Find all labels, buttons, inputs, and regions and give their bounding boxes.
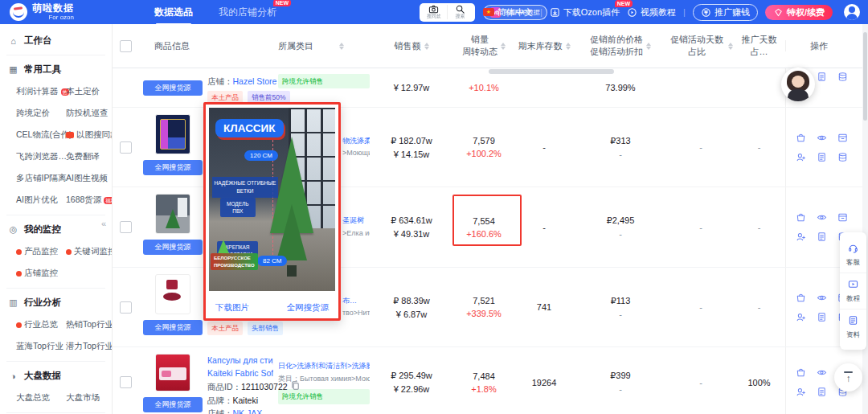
shop-link[interactable]: NK JAX <box>233 408 263 414</box>
search-source-button[interactable]: 全网搜货源 <box>143 80 203 96</box>
row-checkbox[interactable] <box>120 221 132 233</box>
category-link[interactable]: 圣诞树 <box>342 215 370 227</box>
tab-data-selection[interactable]: 数据选品 <box>153 6 194 19</box>
nav-item-play-circle-icon[interactable]: 视频教程 <box>627 6 676 18</box>
image-search-button[interactable]: 搜同款 <box>421 5 447 19</box>
row-checkbox[interactable] <box>120 301 132 314</box>
action-bag-icon[interactable] <box>796 367 806 378</box>
sidebar-item[interactable]: 热销Top行业 <box>66 319 113 330</box>
back-to-top-button[interactable]: ↑ <box>834 363 862 391</box>
nav-item-flag-icon[interactable]: ★简体中文 <box>483 6 533 18</box>
sidebar-item[interactable]: 飞跨浏览器… <box>16 151 66 162</box>
page-scrollbar[interactable] <box>862 24 868 414</box>
sidebar-item[interactable]: 行业总览 <box>16 319 66 330</box>
sidebar-item[interactable]: 1688货源福利 <box>66 195 113 206</box>
sort-icon[interactable] <box>424 43 429 50</box>
sidebar-section-header[interactable]: ◑大盘数据 <box>0 363 112 389</box>
download-icon <box>550 7 560 18</box>
search-source-button[interactable]: 全网搜货源 <box>143 320 203 335</box>
search-source-button[interactable]: 全网搜货源 <box>143 397 203 412</box>
scrollbar-thumb[interactable] <box>863 32 867 121</box>
action-bag-icon[interactable] <box>796 212 806 223</box>
col-turnover: 销量 周转动态 <box>462 34 497 58</box>
scroll-indicator-bar[interactable] <box>489 69 614 74</box>
sidebar-section-header[interactable]: ▥行业分析 <box>0 289 112 316</box>
action-bag-icon[interactable] <box>796 293 806 303</box>
sidebar-item[interactable]: 大盘总览 <box>16 392 66 404</box>
sidebar-item[interactable]: 产品监控 <box>16 246 66 257</box>
sidebar-item[interactable]: 店铺监控 <box>16 268 66 279</box>
action-eye-icon[interactable] <box>817 367 827 378</box>
select-all-checkbox[interactable] <box>120 40 132 52</box>
action-eye-icon[interactable] <box>817 212 827 223</box>
action-doc-icon[interactable] <box>817 152 827 162</box>
nav-item-gem-icon[interactable]: 特权/续费 <box>765 5 833 20</box>
sidebar-item[interactable]: 大盘市场 <box>66 392 110 404</box>
ad-days-value: - <box>758 302 761 312</box>
sort-icon[interactable] <box>646 43 651 50</box>
float-item-play[interactable]: 教程 <box>840 273 866 309</box>
product-thumbnail[interactable] <box>155 194 190 234</box>
category-link[interactable]: 日化>洗涤剂和清洁剂>洗涤胶囊 <box>278 360 370 372</box>
sidebar-item[interactable]: 免费翻译 <box>66 151 113 162</box>
tab-my-shop-analysis[interactable]: 我的店铺分析 NEW <box>217 6 278 19</box>
sidebar-item[interactable]: 蓝海Top行业 <box>16 341 66 352</box>
sidebar-section-header[interactable]: ◎我的监控 <box>0 216 112 243</box>
category-link[interactable]: 布… <box>342 295 370 307</box>
nav-item-coin-icon[interactable]: 推广赚钱 <box>693 4 758 21</box>
product-thumbnail[interactable] <box>155 114 190 154</box>
action-doc-icon[interactable] <box>817 72 827 82</box>
product-title[interactable]: Капсулы для стирки 3в1▶ <box>207 354 273 367</box>
sidebar-item[interactable]: 本土定价 <box>66 86 113 97</box>
user-avatar[interactable] <box>844 4 860 20</box>
action-user-icon[interactable] <box>796 387 806 397</box>
shop-link[interactable]: Hazel Store <box>233 76 277 86</box>
float-item-headset[interactable]: 客服 <box>840 237 866 273</box>
action-doc-icon[interactable] <box>817 232 827 242</box>
action-user-icon[interactable] <box>796 232 806 242</box>
copy-icon[interactable] <box>290 380 301 394</box>
sort-icon[interactable] <box>339 43 344 50</box>
sidebar-item[interactable]: 关键词监控 <box>66 246 113 257</box>
sidebar-item[interactable]: CEL物流(合作) <box>16 129 66 141</box>
sidebar-item[interactable]: 以图搜同款 <box>66 129 113 141</box>
sort-icon[interactable] <box>566 43 571 50</box>
app-logo[interactable]: 萌啦数据 For ozon <box>0 3 121 21</box>
nav-item-download-icon[interactable]: 下载Ozon插件NEW <box>550 6 620 18</box>
action-doc-icon[interactable] <box>817 312 827 322</box>
float-item-doc2[interactable]: 资料 <box>840 309 866 345</box>
sidebar-item[interactable]: 利润计算器热 <box>16 86 66 97</box>
sidebar-section-header[interactable]: ▦常用工具 <box>0 56 112 83</box>
sidebar-collapse-handle[interactable]: « <box>101 219 106 228</box>
sidebar-item[interactable]: 跨境定价 <box>16 108 66 119</box>
row-checkbox[interactable] <box>120 141 132 154</box>
action-bag-icon[interactable] <box>796 133 806 143</box>
product-subtitle[interactable]: Kaiteki Fabric Softner Ca… <box>207 367 273 379</box>
sidebar-item[interactable]: AI图片优化 <box>16 195 66 206</box>
action-db-icon[interactable] <box>837 152 848 162</box>
sidebar-item[interactable]: 多店铺IP隔离 <box>16 173 66 184</box>
action-eye-icon[interactable] <box>817 133 827 143</box>
sidebar-item[interactable]: AI图生视频 <box>66 173 113 184</box>
search-source-link[interactable]: 全网搜货源 <box>287 302 330 314</box>
action-doc-icon[interactable] <box>817 387 827 397</box>
action-card-icon[interactable] <box>837 212 848 223</box>
sidebar-item-workbench[interactable]: ⌂工作台 <box>0 27 112 54</box>
product-thumbnail[interactable] <box>155 274 190 314</box>
action-db-icon[interactable] <box>837 72 848 82</box>
download-image-link[interactable]: 下载图片 <box>215 302 249 314</box>
action-card-icon[interactable] <box>837 133 848 143</box>
row-checkbox[interactable] <box>120 376 132 388</box>
product-thumbnail[interactable] <box>155 354 190 391</box>
sort-icon[interactable] <box>501 43 506 50</box>
search-button[interactable]: 搜索 <box>447 5 473 19</box>
search-source-button[interactable]: 全网搜货源 <box>143 240 203 255</box>
action-user-icon[interactable] <box>796 312 806 322</box>
action-eye-icon[interactable] <box>817 293 827 303</box>
sidebar-item[interactable]: 潜力Top行业 <box>66 341 113 352</box>
sidebar-item[interactable]: 防投机巡查 <box>66 108 113 119</box>
action-user-icon[interactable] <box>796 152 806 162</box>
service-avatar[interactable] <box>781 68 815 101</box>
category-link[interactable]: 物洗涤柔… <box>342 135 370 147</box>
search-source-button[interactable]: 全网搜货源 <box>143 160 203 175</box>
